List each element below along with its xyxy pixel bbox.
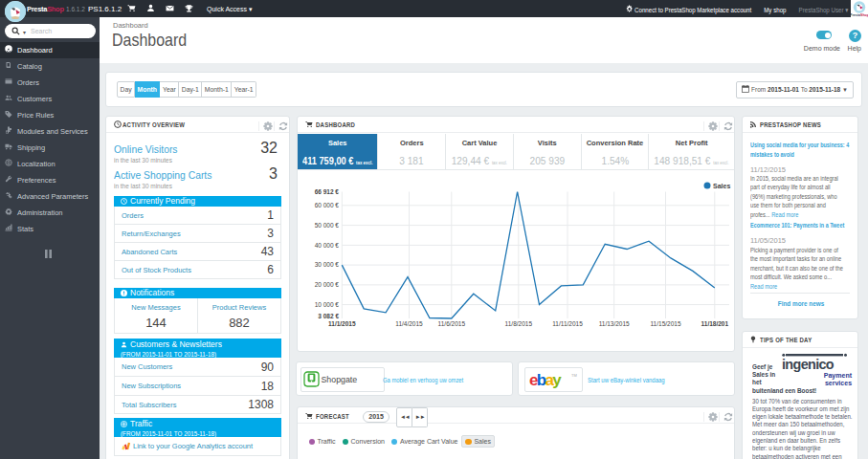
svg-text:20 000 €: 20 000 €: [315, 281, 340, 288]
svg-text:11/4/2015: 11/4/2015: [395, 320, 423, 327]
svg-text:11/8/2015: 11/8/2015: [505, 320, 533, 327]
svg-text:40 000 €: 40 000 €: [315, 242, 340, 249]
svg-text:50 000 €: 50 000 €: [315, 222, 340, 229]
svg-text:66 912 €: 66 912 €: [315, 188, 340, 195]
svg-text:ebay: ebay: [529, 371, 562, 389]
svg-text:11/15/2015: 11/15/2015: [650, 320, 680, 327]
svg-text:11/18/201: 11/18/201: [701, 320, 729, 327]
svg-text:10 000 €: 10 000 €: [315, 301, 340, 308]
svg-text:60 000 €: 60 000 €: [315, 202, 340, 208]
svg-text:Sales: Sales: [713, 183, 730, 189]
svg-text:30 000 €: 30 000 €: [315, 261, 340, 268]
svg-text:PrestaShop: PrestaShop: [851, 13, 868, 17]
svg-text:3 082 €: 3 082 €: [318, 313, 339, 319]
svg-text:Shopgate: Shopgate: [321, 375, 357, 384]
svg-text:11/6/2015: 11/6/2015: [438, 320, 466, 327]
svg-text:11/1/2015: 11/1/2015: [328, 320, 356, 327]
svg-text:11/11/2015: 11/11/2015: [552, 320, 583, 327]
svg-text:TM: TM: [571, 373, 577, 378]
svg-text:11/13/2015: 11/13/2015: [599, 320, 630, 327]
